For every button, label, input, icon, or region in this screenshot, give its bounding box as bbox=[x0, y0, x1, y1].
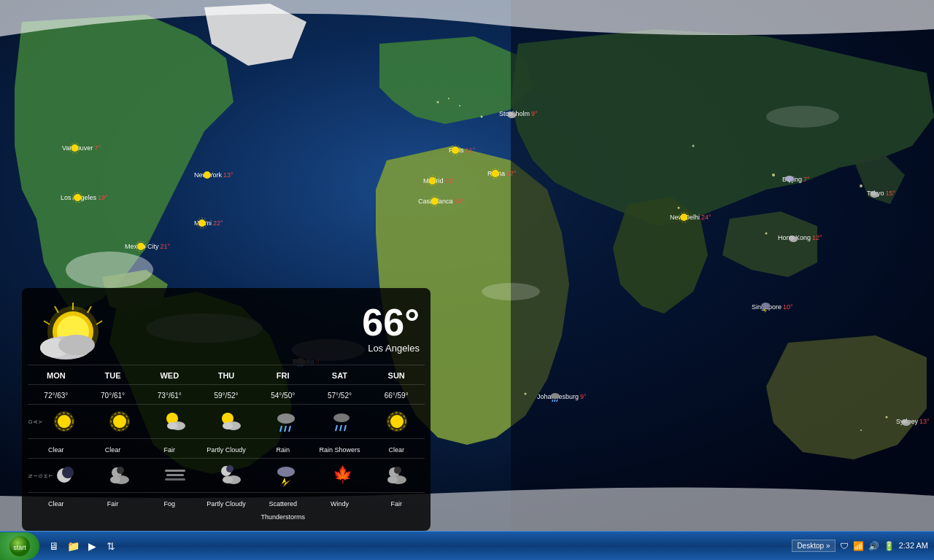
start-button[interactable]: start bbox=[0, 532, 39, 560]
temps-row: 72°/63°70°/61°73°/61°59°/52°54°/50°57°/5… bbox=[28, 384, 425, 404]
svg-text:start: start bbox=[13, 544, 26, 551]
svg-line-84 bbox=[289, 426, 290, 432]
security-icon: 🛡 bbox=[840, 541, 849, 551]
svg-point-36 bbox=[429, 177, 436, 184]
tb-folder-icon[interactable]: 📁 bbox=[64, 537, 82, 555]
day-name-3: THU bbox=[198, 365, 255, 384]
day-name-1: TUE bbox=[85, 365, 142, 384]
desktop-label: Desktop bbox=[797, 542, 824, 550]
night-icon-6 bbox=[369, 459, 425, 492]
svg-line-88 bbox=[344, 425, 346, 431]
svg-point-93 bbox=[62, 467, 74, 478]
day-cond-1: Clear bbox=[85, 439, 142, 458]
svg-point-49 bbox=[871, 191, 876, 195]
day-cond-4: Rain bbox=[255, 439, 312, 458]
current-city: Los Angeles bbox=[117, 343, 420, 354]
day-icon-6 bbox=[369, 405, 425, 438]
night-label: NIGHT bbox=[28, 472, 36, 479]
svg-line-82 bbox=[280, 426, 282, 432]
svg-point-80 bbox=[223, 422, 233, 429]
svg-point-12 bbox=[860, 429, 862, 431]
svg-rect-1 bbox=[511, 0, 934, 531]
network-icon: 📶 bbox=[853, 541, 864, 551]
svg-point-50 bbox=[761, 303, 770, 308]
day-label: DAY bbox=[28, 418, 36, 425]
svg-point-4 bbox=[459, 105, 460, 106]
svg-point-23 bbox=[204, 171, 211, 179]
day-temp-6: 66°/59° bbox=[368, 385, 425, 404]
svg-point-97 bbox=[110, 476, 120, 483]
desktop-chevron: » bbox=[826, 542, 830, 550]
svg-point-42 bbox=[680, 214, 687, 221]
svg-rect-100 bbox=[165, 478, 185, 481]
svg-point-5 bbox=[481, 116, 483, 118]
day-icon-4 bbox=[258, 405, 314, 438]
day-conditions-row: ClearClearFairPartly CloudyRainRain Show… bbox=[28, 438, 425, 458]
day-name-4: FRI bbox=[255, 365, 312, 384]
day-name-0: MON bbox=[28, 365, 85, 384]
night-icon-2 bbox=[147, 459, 203, 492]
svg-point-18 bbox=[766, 106, 839, 128]
svg-point-95 bbox=[117, 467, 124, 474]
taskbar-quick-launch: 🖥 📁 ▶ ⇅ bbox=[42, 537, 123, 555]
night-icon-3 bbox=[203, 459, 258, 492]
day-icon-0 bbox=[36, 405, 92, 438]
city-label-madrid: Madrid21° bbox=[410, 175, 455, 187]
night-icon-1 bbox=[92, 459, 147, 492]
svg-marker-51 bbox=[763, 308, 768, 313]
svg-point-47 bbox=[789, 236, 795, 240]
svg-point-3 bbox=[448, 98, 449, 99]
tb-arrows-icon[interactable]: ⇅ bbox=[102, 537, 120, 555]
night-cond-2: Fog bbox=[141, 493, 198, 525]
svg-line-87 bbox=[340, 425, 341, 431]
city-label-tokyo: Tokyo15° bbox=[854, 187, 895, 199]
svg-point-71 bbox=[54, 411, 74, 432]
svg-line-55 bbox=[557, 400, 557, 402]
svg-point-77 bbox=[167, 422, 177, 429]
day-name-2: WED bbox=[141, 365, 198, 384]
night-conditions-row: ClearFairFogPartly CloudyScattered Thund… bbox=[28, 492, 425, 525]
city-label-paris: Paris11° bbox=[436, 144, 475, 156]
night-cond-0: Clear bbox=[28, 493, 85, 525]
day-temp-2: 73°/61° bbox=[141, 385, 198, 404]
day-name-5: SAT bbox=[312, 365, 368, 384]
night-icon-4 bbox=[258, 459, 314, 492]
day-cond-5: Rain Showers bbox=[312, 439, 368, 458]
day-cond-0: Clear bbox=[28, 439, 85, 458]
night-cond-1: Fair bbox=[85, 493, 142, 525]
svg-point-68 bbox=[58, 335, 95, 355]
volume-icon: 🔊 bbox=[868, 541, 879, 551]
night-cond-6: Fair bbox=[368, 493, 425, 525]
svg-text:*: * bbox=[788, 179, 790, 185]
svg-point-17 bbox=[482, 283, 540, 300]
svg-point-105 bbox=[277, 467, 295, 477]
night-cond-3: Partly Cloudy bbox=[198, 493, 255, 525]
svg-point-38 bbox=[492, 170, 499, 177]
forecast-section: MONTUEWEDTHUFRISATSUN 72°/63°70°/61°73°/… bbox=[22, 365, 431, 531]
city-label-vancouver: Vancouver7° bbox=[49, 142, 101, 154]
night-icon-5: 🍁 bbox=[314, 459, 369, 492]
svg-point-57 bbox=[902, 419, 908, 424]
svg-point-2 bbox=[437, 101, 439, 104]
day-icon-1 bbox=[92, 405, 147, 438]
svg-point-52 bbox=[551, 393, 560, 399]
svg-line-83 bbox=[285, 426, 286, 432]
city-label-mexico-city: Mexico City21° bbox=[112, 241, 170, 252]
desktop-button[interactable]: Desktop » bbox=[792, 540, 835, 552]
city-label-hong-kong: Hong Kong12° bbox=[765, 232, 822, 244]
system-clock: 2:32 AM bbox=[899, 540, 928, 551]
day-temp-3: 59°/52° bbox=[198, 385, 255, 404]
tb-media-icon[interactable]: ▶ bbox=[83, 537, 101, 555]
svg-point-6 bbox=[692, 145, 695, 147]
tb-screen-icon[interactable]: 🖥 bbox=[45, 537, 63, 555]
day-cond-6: Clear bbox=[368, 439, 425, 458]
current-weather-icon bbox=[29, 295, 117, 361]
weather-widget: 66° Los Angeles MONTUEWEDTHUFRISATSUN 72… bbox=[22, 288, 431, 531]
svg-point-21 bbox=[74, 194, 81, 201]
svg-point-40 bbox=[431, 198, 439, 205]
svg-point-19 bbox=[71, 144, 78, 152]
svg-point-81 bbox=[277, 413, 295, 424]
day-icon-5 bbox=[314, 405, 369, 438]
svg-point-102 bbox=[226, 465, 234, 472]
svg-marker-106 bbox=[282, 478, 290, 487]
